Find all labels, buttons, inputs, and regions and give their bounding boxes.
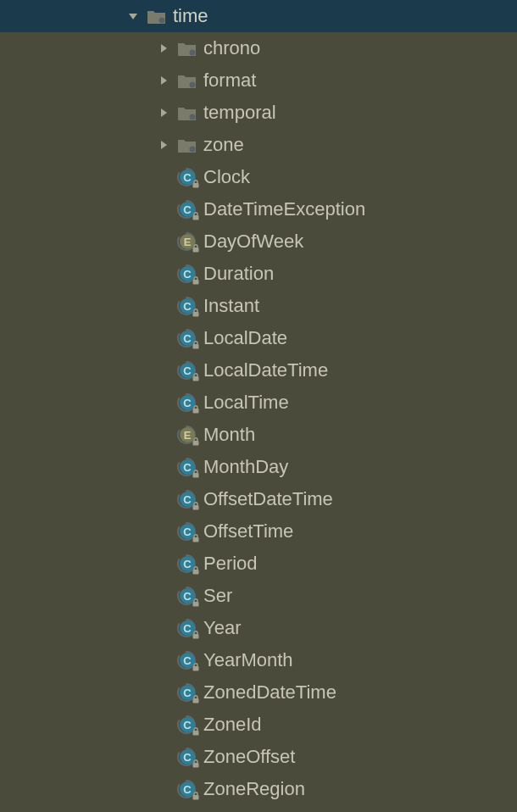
lock-icon — [192, 405, 200, 414]
svg-point-9 — [190, 147, 196, 153]
enum-icon: E — [176, 232, 198, 251]
lock-icon — [192, 598, 200, 607]
svg-rect-21 — [193, 280, 199, 285]
tree-item-label: Period — [203, 553, 258, 575]
class-icon: C — [176, 522, 198, 541]
svg-rect-27 — [193, 344, 199, 349]
package-icon — [176, 39, 198, 58]
lock-icon — [192, 276, 200, 285]
tree-item-label: DayOfWeek — [203, 231, 303, 253]
tree-item-label: ZoneRegion — [203, 778, 305, 800]
tree-item-label: OffsetDateTime — [203, 488, 333, 510]
tree-item-label: LocalDate — [203, 327, 287, 349]
tree-item-localdatetime[interactable]: C LocalDateTime — [0, 354, 517, 387]
expand-arrow-down-icon[interactable] — [125, 8, 141, 24]
tree-item-period[interactable]: C Period — [0, 548, 517, 580]
svg-rect-18 — [193, 247, 199, 253]
svg-text:C: C — [183, 783, 192, 796]
svg-rect-12 — [193, 183, 199, 188]
lock-icon — [192, 341, 200, 349]
svg-text:C: C — [183, 493, 192, 506]
class-icon: C — [176, 587, 198, 605]
svg-rect-42 — [193, 505, 199, 510]
tree-item-clock[interactable]: C Clock — [0, 161, 517, 193]
lock-icon — [192, 502, 200, 510]
package-icon — [176, 71, 198, 90]
expand-arrow-right-icon[interactable] — [156, 105, 171, 120]
svg-text:C: C — [183, 268, 192, 281]
tree-item-dayofweek[interactable]: E DayOfWeek — [0, 225, 517, 258]
tree-item-label: Duration — [203, 263, 274, 285]
svg-marker-8 — [161, 141, 167, 149]
tree-item-year[interactable]: C Year — [0, 612, 517, 644]
tree-item-zoneddatetime[interactable]: C ZonedDateTime — [0, 676, 517, 709]
package-icon — [176, 103, 198, 122]
tree-item-month[interactable]: E Month — [0, 419, 517, 451]
tree-item-format[interactable]: format — [0, 64, 517, 97]
enum-icon: E — [176, 425, 198, 444]
class-icon: C — [176, 361, 198, 380]
svg-text:C: C — [183, 526, 192, 538]
class-icon: C — [176, 780, 198, 798]
tree-item-localtime[interactable]: C LocalTime — [0, 387, 517, 419]
lock-icon — [192, 727, 200, 736]
tree-item-localdate[interactable]: C LocalDate — [0, 322, 517, 354]
expand-arrow-right-icon[interactable] — [156, 137, 171, 153]
svg-text:C: C — [183, 654, 192, 667]
tree-item-zoneoffset[interactable]: C ZoneOffset — [0, 741, 517, 773]
svg-text:C: C — [183, 751, 192, 764]
svg-text:C: C — [183, 622, 192, 635]
tree-item-label: ZoneOffset — [203, 746, 295, 768]
svg-rect-36 — [193, 441, 199, 446]
svg-text:C: C — [183, 364, 192, 377]
tree-item-ser[interactable]: C Ser — [0, 580, 517, 612]
class-icon: C — [176, 329, 198, 348]
expand-arrow-right-icon[interactable] — [156, 41, 171, 56]
class-icon: C — [176, 748, 198, 766]
tree-item-label: Clock — [203, 166, 250, 188]
class-icon: C — [176, 297, 198, 315]
tree-item-yearmonth[interactable]: C YearMonth — [0, 644, 517, 676]
tree-item-offsetdatetime[interactable]: C OffsetDateTime — [0, 483, 517, 515]
svg-text:C: C — [183, 590, 192, 603]
package-icon — [176, 136, 198, 154]
class-icon: C — [176, 458, 198, 476]
tree-item-time[interactable]: time — [0, 0, 517, 32]
expand-arrow-right-icon[interactable] — [156, 73, 171, 88]
svg-rect-66 — [193, 763, 199, 768]
lock-icon — [192, 373, 200, 381]
tree-item-zone[interactable]: zone — [0, 129, 517, 161]
svg-rect-33 — [193, 409, 199, 414]
lock-icon — [192, 695, 200, 704]
tree-item-zoneregion[interactable]: C ZoneRegion — [0, 773, 517, 805]
tree-item-label: temporal — [203, 102, 276, 124]
svg-text:E: E — [184, 429, 192, 442]
tree-item-chrono[interactable]: chrono — [0, 32, 517, 64]
tree-item-label: Instant — [203, 295, 259, 317]
svg-rect-45 — [193, 537, 199, 542]
tree-item-label: time — [173, 5, 208, 27]
svg-rect-15 — [193, 215, 199, 220]
tree-item-label: YearMonth — [203, 649, 293, 671]
tree-item-zoneid[interactable]: C ZoneId — [0, 709, 517, 741]
tree-item-label: format — [203, 70, 256, 92]
svg-text:C: C — [183, 171, 192, 184]
svg-rect-24 — [193, 312, 199, 317]
tree-item-label: DateTimeException — [203, 198, 365, 220]
tree-item-datetimeexception[interactable]: C DateTimeException — [0, 193, 517, 225]
tree-item-label: OffsetTime — [203, 520, 293, 542]
class-icon: C — [176, 683, 198, 702]
tree-item-instant[interactable]: C Instant — [0, 290, 517, 322]
tree-item-offsettime[interactable]: C OffsetTime — [0, 515, 517, 548]
lock-icon — [192, 566, 200, 575]
lock-icon — [192, 759, 200, 768]
package-tree[interactable]: time chrono format temporal zone C Clock… — [0, 0, 517, 805]
svg-rect-60 — [193, 698, 199, 704]
svg-rect-39 — [193, 473, 199, 478]
tree-item-duration[interactable]: C Duration — [0, 258, 517, 290]
tree-item-monthday[interactable]: C MonthDay — [0, 451, 517, 483]
svg-rect-51 — [193, 602, 199, 607]
tree-item-label: Year — [203, 617, 241, 639]
tree-item-temporal[interactable]: temporal — [0, 97, 517, 129]
lock-icon — [192, 244, 200, 253]
